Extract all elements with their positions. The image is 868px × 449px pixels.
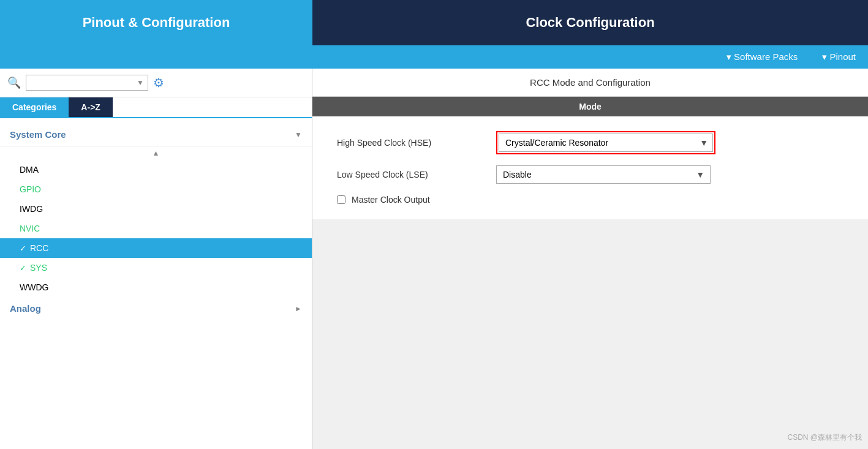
analog-group-header[interactable]: Analog ► [0,297,312,320]
system-core-chevron-icon: ▼ [295,130,302,139]
second-bar-left-spacer [0,45,312,69]
search-input[interactable] [30,78,116,88]
hse-select-wrapper: Crystal/Ceramic Resonator Disable BYPASS… [496,131,715,154]
system-core-group-header[interactable]: System Core ▼ [0,123,312,146]
system-core-label: System Core [10,129,66,140]
sys-check-icon: ✓ [20,263,26,273]
sort-icon-area: ▲ [0,146,312,160]
gear-icon[interactable]: ⚙ [153,75,164,90]
search-icon: 🔍 [7,76,21,89]
sidebar-item-rcc[interactable]: ✓ RCC [0,238,312,258]
second-bar-right: Software Packs Pinout [312,45,868,69]
iwdg-label: IWDG [20,204,43,214]
watermark: CSDN @森林里有个我 [787,432,862,443]
dma-label: DMA [20,165,39,175]
gpio-label: GPIO [20,184,41,194]
sort-up-icon: ▲ [153,149,160,157]
lse-select[interactable]: Disable Crystal/Ceramic Resonator BYPASS… [496,165,711,184]
sidebar-item-wwdg[interactable]: WWDG [0,277,312,297]
rcc-mode-title: RCC Mode and Configuration [530,77,651,88]
sidebar-item-dma[interactable]: DMA [0,160,312,179]
pinout-link[interactable]: Pinout [822,51,856,62]
sidebar-tabs: Categories A->Z [0,97,312,118]
lse-row: Low Speed Clock (LSE) Disable Crystal/Ce… [337,165,843,184]
tab-az[interactable]: A->Z [69,97,113,117]
lse-select-wrapper: Disable Crystal/Ceramic Resonator BYPASS… [496,165,711,184]
right-panel: RCC Mode and Configuration Mode High Spe… [312,69,868,219]
pinout-configuration-header: Pinout & Configuration [0,0,312,45]
sidebar-item-gpio[interactable]: GPIO [0,179,312,199]
clock-configuration-header: Clock Configuration [312,0,868,45]
nvic-label: NVIC [20,224,40,233]
sidebar-item-iwdg[interactable]: IWDG [0,199,312,219]
sys-label: SYS [30,263,47,273]
wwdg-label: WWDG [20,282,48,292]
analog-chevron-icon: ► [295,304,302,313]
sidebar: 🔍 ▼ ⚙ Categories A->Z Sy [0,69,312,449]
software-packs-link[interactable]: Software Packs [726,51,798,62]
right-panel-container: RCC Mode and Configuration Mode High Spe… [312,69,868,449]
clock-configuration-title: Clock Configuration [526,15,654,31]
sidebar-list: System Core ▼ ▲ DMA GPIO IWDG NVIC [0,118,312,449]
master-clock-label: Master Clock Output [352,195,430,205]
rcc-check-icon: ✓ [20,244,26,253]
tab-categories[interactable]: Categories [0,97,69,117]
analog-label: Analog [10,303,41,314]
mode-label: Mode [579,102,602,111]
master-clock-checkbox[interactable] [337,195,345,204]
pinout-configuration-title: Pinout & Configuration [83,15,230,31]
sidebar-item-sys[interactable]: ✓ SYS [0,258,312,277]
search-bar: 🔍 ▼ ⚙ [0,69,312,97]
mode-section: Mode [312,97,868,116]
search-dropdown-icon[interactable]: ▼ [137,78,144,87]
hse-label: High Speed Clock (HSE) [337,138,484,148]
master-clock-row: Master Clock Output [337,195,843,205]
rcc-mode-header: RCC Mode and Configuration [312,69,868,97]
hse-select[interactable]: Crystal/Ceramic Resonator Disable BYPASS… [499,134,713,152]
hse-row: High Speed Clock (HSE) Crystal/Ceramic R… [337,131,843,154]
search-input-wrapper[interactable]: ▼ [26,75,148,91]
lse-label: Low Speed Clock (LSE) [337,170,484,179]
rcc-label: RCC [30,243,48,253]
config-area: High Speed Clock (HSE) Crystal/Ceramic R… [312,116,868,219]
sidebar-item-nvic[interactable]: NVIC [0,219,312,238]
